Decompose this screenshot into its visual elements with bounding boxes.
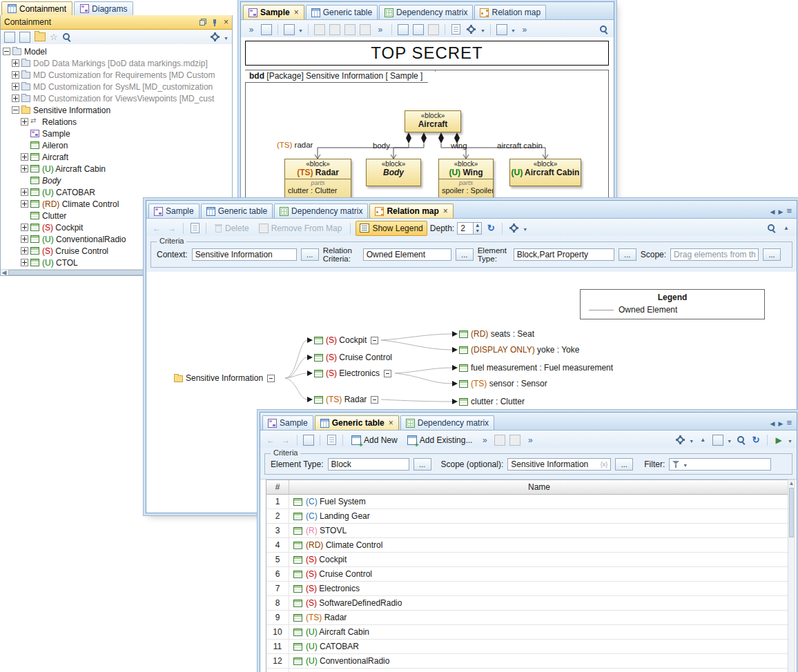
collapse-criteria-icon[interactable] [780,222,792,235]
expand-icon[interactable] [21,165,28,172]
gear-icon[interactable] [467,25,476,34]
relation-criteria-more-button[interactable]: ... [456,248,474,261]
collapse-icon[interactable] [3,48,10,55]
table-row[interactable]: 10(U) Aircraft Cabin [266,625,789,640]
tab-sample[interactable]: Sample [148,204,200,218]
sync-tree-icon[interactable] [4,32,15,43]
toolbar-overflow-icon[interactable] [518,23,531,36]
tree-item[interactable]: (U) Aircraft Cabin [1,163,232,175]
scroll-up-icon[interactable] [788,480,795,487]
chevron-down-icon[interactable] [683,460,688,468]
chevron-down-icon[interactable] [480,26,485,34]
tab-dependency-matrix[interactable]: Dependency matrix [400,415,494,430]
collapse-icon[interactable] [267,375,275,382]
table-row[interactable]: 8(S) SoftwareDefinedRadio [266,596,789,611]
column-header-name[interactable]: Name [289,480,789,494]
block-radar[interactable]: «block»(TS) Radarpartsclutter : Clutter [284,159,351,199]
scrollbar-thumb[interactable] [789,488,794,537]
collapse-icon[interactable] [371,396,378,404]
tab-containment[interactable]: Containment [1,1,72,15]
collapse-icon[interactable] [12,106,19,114]
tree-item[interactable]: Aileron [1,139,232,151]
context-field[interactable]: Sensitive Information [192,248,297,261]
close-icon[interactable] [224,17,228,27]
toolbar-overflow-icon[interactable] [245,23,257,36]
chevron-down-icon[interactable] [727,436,732,444]
toolbar-overflow-icon[interactable] [524,434,536,446]
expand-icon[interactable] [21,224,28,231]
element-type-more-button[interactable]: ... [413,458,431,471]
favorites-icon[interactable] [50,32,58,41]
table-row[interactable]: 1(C) Fuel System [266,495,789,509]
map-node[interactable]: (TS) Radar [314,393,378,406]
tab-diagrams[interactable]: Diagrams [74,1,133,15]
chevron-down-icon[interactable] [224,33,228,41]
map-node[interactable]: (S) Electronics [314,367,391,379]
collapse-criteria-icon[interactable] [697,434,709,446]
tree-item[interactable]: (U) CATOBAR [1,186,232,198]
toolbar-overflow-icon[interactable] [374,23,387,36]
tab-generic-table[interactable]: Generic table [201,204,273,218]
map-node[interactable]: clutter : Clutter [459,395,525,408]
tree-item[interactable]: Model [1,46,232,57]
vertical-scrollbar[interactable] [788,480,795,672]
table-row[interactable]: 5(S) Cockpit [266,553,789,567]
specification-icon[interactable] [191,223,200,233]
column-header-number[interactable]: # [266,480,289,494]
containment-tool-icon[interactable] [303,435,314,446]
element-type-field[interactable]: Block [328,458,409,471]
layout-icon[interactable] [284,24,295,35]
chevron-down-icon[interactable] [298,26,303,34]
expand-icon[interactable] [12,83,19,90]
tab-generic-table[interactable]: Generic table [315,415,399,430]
tab-generic-table[interactable]: Generic table [306,5,378,19]
previous-tab-icon[interactable] [770,419,775,427]
scope-more-button[interactable]: ... [615,458,633,471]
tree-item[interactable]: DoD Data Markings [DoD data markings.mdz… [1,57,232,69]
gear-icon[interactable] [509,224,518,233]
collapse-icon[interactable] [371,337,378,344]
tree-item[interactable]: Sample [1,128,232,139]
gear-icon[interactable] [211,32,220,41]
table-row[interactable]: 4(RD) Climate Control [266,538,789,553]
table-row[interactable]: 13(U) CTOL [266,669,789,672]
document-icon[interactable] [451,24,460,34]
specification-icon[interactable] [327,435,336,445]
collapse-icon[interactable] [384,370,391,377]
table-row[interactable]: 3(R) STOVL [266,524,789,538]
next-tab-icon[interactable] [778,419,783,427]
tree-item[interactable]: MD Customization for ViewsViewpoints [MD… [1,92,232,104]
copy-icon[interactable] [398,24,409,35]
map-node[interactable]: Sensitive Information [174,372,275,384]
close-icon[interactable] [389,418,393,428]
table-row[interactable]: 11(U) CATOBAR [266,640,789,654]
columns-icon[interactable] [712,435,723,446]
chevron-down-icon[interactable] [689,436,694,444]
depth-stepper[interactable] [474,222,482,235]
tree-item[interactable]: MD Customization for SysML [MD_customiza… [1,81,232,92]
expand-icon[interactable] [21,235,28,243]
tab-relation-map[interactable]: Relation map [474,5,546,19]
gear-icon[interactable] [676,435,685,444]
toolbar-overflow-icon[interactable] [478,434,491,446]
report-icon[interactable] [772,434,785,446]
add-new-button[interactable]: Add New [348,433,401,447]
tree-item[interactable]: Aircraft [1,151,232,163]
close-icon[interactable] [294,8,299,17]
expand-icon[interactable] [21,247,28,255]
open-diagram-icon[interactable] [35,32,46,41]
scope-field[interactable]: Sensitive Information [507,458,611,471]
tree-item[interactable]: Sensitive Information [1,104,232,116]
chevron-down-icon[interactable] [523,224,527,233]
filter-field[interactable] [669,458,771,471]
table-row[interactable]: 7(S) Electronics [266,582,789,596]
refresh-icon[interactable] [750,434,762,446]
scope-field[interactable]: Drag elements from th [670,248,759,261]
element-type-more-button[interactable]: ... [619,248,636,261]
depth-field[interactable]: 2 [457,222,474,235]
relation-criteria-field[interactable]: Owned Element [363,248,451,261]
search-icon[interactable] [767,224,776,233]
map-node[interactable]: (RD) seats : Seat [459,328,534,340]
close-icon[interactable] [443,206,448,216]
tree-item[interactable]: Relations [1,116,232,128]
